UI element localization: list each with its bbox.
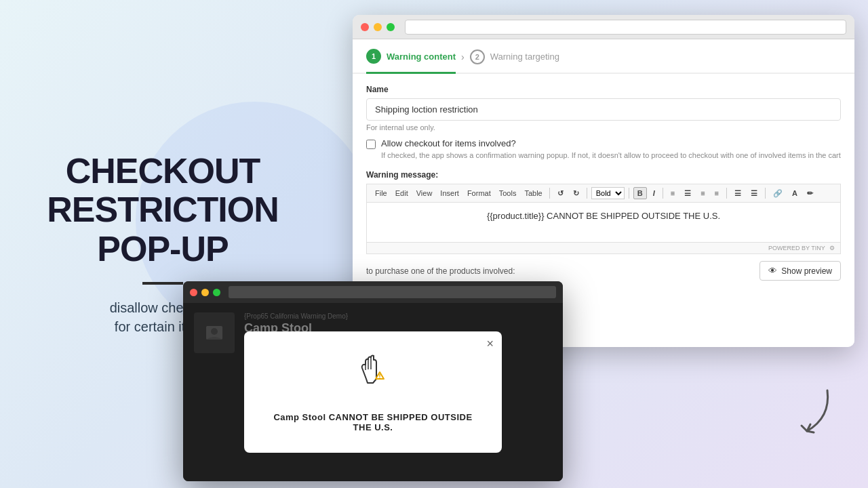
editor-text: {{product.title}} CANNOT BE SHIPPED OUTS… <box>487 211 720 221</box>
checkbox-label: Allow checkout for items involved? <box>381 138 841 148</box>
step-1-circle: 1 <box>366 49 381 64</box>
form-area: Name For internal use only. Allow checko… <box>353 74 854 291</box>
font-style-select[interactable]: Bold <box>591 187 625 199</box>
toolbar-separator-6 <box>765 188 766 199</box>
allow-checkout-checkbox[interactable] <box>366 140 376 149</box>
maximize-button-icon[interactable] <box>387 23 395 31</box>
toolbar-format[interactable]: Format <box>465 188 494 199</box>
name-input[interactable] <box>366 98 841 121</box>
align-center-button[interactable]: ☰ <box>681 188 694 199</box>
title-line3: POP-UP <box>97 229 228 268</box>
toolbar-edit[interactable]: Edit <box>393 188 411 199</box>
arrow-icon <box>773 377 841 445</box>
toolbar-separator-3 <box>629 188 629 199</box>
eye-icon: 👁 <box>768 266 777 276</box>
preview-body: {Prop65 California Warning Demo} Camp St… <box>183 303 563 481</box>
align-right-button[interactable]: ≡ <box>697 188 708 199</box>
toolbar-table[interactable]: Table <box>521 188 545 199</box>
preview-maximize-icon[interactable] <box>213 289 220 296</box>
modal-box: × Camp Stool CANNOT BE S <box>244 331 502 453</box>
bold-button[interactable]: B <box>633 187 647 199</box>
svg-point-6 <box>379 378 380 379</box>
divider <box>142 282 183 285</box>
redo-button[interactable]: ↻ <box>570 188 583 199</box>
name-field-label: Name <box>366 85 841 94</box>
title-line1: CHECKOUT <box>66 151 260 190</box>
bullet-list-button[interactable]: ☰ <box>731 188 745 199</box>
hint-text: For internal use only. <box>366 123 841 131</box>
editor-toolbar: File Edit View Insert Format Tools Table… <box>366 184 841 202</box>
title-line2: RESTRICTION <box>47 190 278 229</box>
preview-minimize-icon[interactable] <box>201 289 209 296</box>
highlight-button[interactable]: ✏ <box>804 188 816 199</box>
preview-close-icon[interactable] <box>190 289 197 296</box>
numbered-list-button[interactable]: ☰ <box>747 188 761 199</box>
stepper-tabs: 1 Warning content › 2 Warning targeting <box>353 39 854 74</box>
form-bottom: to purchase one of the products involved… <box>366 261 841 281</box>
main-title: CHECKOUT RESTRICTION POP-UP <box>47 152 278 268</box>
purchase-text: to purchase one of the products involved… <box>366 266 515 276</box>
browser-titlebar <box>353 15 854 39</box>
editor-settings-icon[interactable]: ⚙ <box>829 245 835 251</box>
url-bar[interactable] <box>405 20 846 35</box>
show-preview-label: Show preview <box>781 266 832 276</box>
preview-titlebar <box>183 281 563 303</box>
checkbox-description: If checked, the app shows a confirmation… <box>381 150 841 161</box>
preview-browser-window: {Prop65 California Warning Demo} Camp St… <box>183 281 563 481</box>
modal-close-button[interactable]: × <box>486 337 494 351</box>
toolbar-separator-4 <box>663 188 663 199</box>
toolbar-tools[interactable]: Tools <box>496 188 519 199</box>
toolbar-separator-5 <box>726 188 727 199</box>
link-button[interactable]: 🔗 <box>770 188 786 199</box>
step-separator: › <box>461 52 465 62</box>
editor-footer: POWERED BY TINY ⚙ <box>366 243 841 254</box>
modal-message: Camp Stool CANNOT BE SHIPPED OUTSIDE THE… <box>264 412 481 432</box>
step-1-tab[interactable]: 1 Warning content <box>366 49 456 74</box>
toolbar-separator-2 <box>587 188 587 199</box>
italic-button[interactable]: I <box>650 188 658 199</box>
modal-overlay: × Camp Stool CANNOT BE S <box>183 303 563 481</box>
align-justify-button[interactable]: ≡ <box>711 188 722 199</box>
step-2-tab[interactable]: 2 Warning targeting <box>470 49 559 73</box>
show-preview-button[interactable]: 👁 Show preview <box>760 261 841 281</box>
step-2-circle: 2 <box>470 49 485 64</box>
text-color-button[interactable]: A <box>789 188 801 199</box>
toolbar-insert[interactable]: Insert <box>437 188 462 199</box>
toolbar-separator-1 <box>549 188 550 199</box>
checkbox-row: Allow checkout for items involved? If ch… <box>366 138 841 161</box>
warning-message-label: Warning message: <box>366 170 841 180</box>
align-left-button[interactable]: ≡ <box>667 188 678 199</box>
step-1-label: Warning content <box>387 52 456 62</box>
editor-content-area[interactable]: {{product.title}} CANNOT BE SHIPPED OUTS… <box>366 202 841 243</box>
close-button-icon[interactable] <box>361 23 369 31</box>
step-2-label: Warning targeting <box>490 52 559 62</box>
warning-hand-icon <box>353 353 393 401</box>
toolbar-view[interactable]: View <box>414 188 435 199</box>
undo-button[interactable]: ↺ <box>554 188 567 199</box>
preview-url-bar[interactable] <box>229 286 556 298</box>
powered-by-label: POWERED BY TINY <box>768 245 825 251</box>
minimize-button-icon[interactable] <box>374 23 382 31</box>
arrow-container <box>773 377 841 447</box>
toolbar-file[interactable]: File <box>372 188 390 199</box>
